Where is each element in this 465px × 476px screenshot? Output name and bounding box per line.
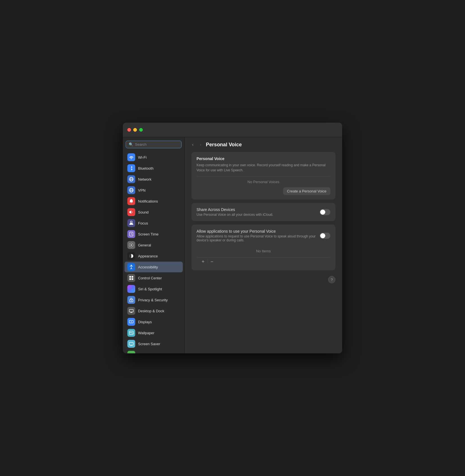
focus-icon (127, 219, 135, 227)
sidebar-item-desktop[interactable]: Desktop & Dock (125, 306, 183, 316)
svg-point-16 (131, 300, 132, 301)
search-icon: 🔍 (129, 142, 133, 147)
no-personal-voices-label: No Personal Voices (197, 176, 330, 187)
desktop-icon (127, 307, 135, 315)
share-across-devices-row: Share Across Devices Use Personal Voice … (197, 207, 330, 217)
search-box[interactable]: 🔍 (126, 141, 182, 148)
sidebar-label-vpn: VPN (138, 188, 146, 192)
wallpaper-icon (127, 329, 135, 337)
sidebar-label-network: Network (138, 177, 152, 181)
search-container: 🔍 (123, 137, 184, 151)
notifications-icon (127, 197, 135, 205)
main-header: ‹ › Personal Voice (185, 137, 342, 152)
sidebar-label-controlcenter: Control Center (138, 276, 162, 280)
sidebar-item-screentime[interactable]: Screen Time (125, 229, 183, 239)
sidebar-label-screensaver: Screen Saver (138, 342, 160, 346)
sidebar-item-network[interactable]: Network (125, 174, 183, 185)
no-items-label: No Items (197, 245, 330, 257)
minimize-button[interactable] (133, 128, 137, 132)
wifi-icon (127, 153, 135, 161)
remove-item-button[interactable]: − (208, 259, 216, 265)
sidebar-label-general: General (138, 243, 151, 247)
share-across-devices-sublabel: Use Personal Voice on all your devices w… (197, 213, 273, 217)
siri-icon (127, 285, 135, 293)
main-content: ‹ › Personal Voice Personal Voice Keep c… (185, 137, 342, 353)
sidebar-item-controlcenter[interactable]: Control Center (125, 273, 183, 283)
traffic-lights (127, 128, 143, 132)
bluetooth-icon (127, 164, 135, 172)
page-title: Personal Voice (206, 142, 242, 148)
general-icon (127, 241, 135, 249)
allow-applications-row: Allow applications to use your Personal … (197, 229, 330, 242)
svg-point-19 (131, 321, 132, 322)
sidebar-item-wifi[interactable]: Wi-Fi (125, 152, 183, 163)
svg-rect-13 (132, 278, 133, 280)
sidebar-item-sound[interactable]: Sound (125, 207, 183, 217)
sidebar-item-screensaver[interactable]: Screen Saver (125, 338, 183, 349)
forward-button[interactable]: › (198, 141, 203, 148)
svg-point-14 (130, 287, 133, 291)
create-personal-voice-button[interactable]: Create a Personal Voice (283, 187, 330, 195)
accessibility-icon (127, 263, 135, 271)
screentime-icon (127, 230, 135, 238)
sidebar-label-notifications: Notifications (138, 199, 158, 203)
svg-rect-11 (132, 276, 133, 278)
sidebar-item-battery[interactable]: Battery (125, 349, 183, 353)
share-across-devices-toggle[interactable] (320, 209, 330, 215)
sidebar-item-accessibility[interactable]: Accessibility (125, 262, 183, 272)
system-preferences-window: 🔍 Wi-FiBluetoothNetworkVPNNotificationsS… (123, 123, 342, 353)
displays-icon (127, 318, 135, 326)
personal-voice-desc: Keep communicating in your own voice. Re… (197, 163, 330, 173)
sidebar-label-displays: Displays (138, 320, 152, 324)
sidebar-item-notifications[interactable]: Notifications (125, 196, 183, 206)
sidebar-list: Wi-FiBluetoothNetworkVPNNotificationsSou… (123, 151, 184, 353)
share-across-devices-label: Share Across Devices (197, 207, 273, 212)
close-button[interactable] (127, 128, 131, 132)
help-button[interactable]: ? (328, 276, 335, 283)
svg-rect-10 (129, 276, 131, 278)
share-across-devices-text: Share Across Devices Use Personal Voice … (197, 207, 273, 217)
battery-icon (127, 351, 135, 353)
title-bar (123, 123, 342, 137)
sidebar-label-accessibility: Accessibility (138, 265, 158, 269)
svg-point-9 (131, 265, 132, 266)
sidebar-item-siri[interactable]: Siri & Spotlight (125, 284, 183, 294)
sidebar-item-bluetooth[interactable]: Bluetooth (125, 163, 183, 174)
allow-applications-card: Allow applications to use your Personal … (191, 224, 335, 270)
sidebar-item-general[interactable]: General (125, 240, 183, 250)
network-icon (127, 175, 135, 183)
sidebar-item-privacy[interactable]: Privacy & Security (125, 295, 183, 305)
search-input[interactable] (135, 142, 179, 147)
main-body: Personal Voice Keep communicating in you… (185, 152, 342, 353)
vpn-icon (127, 186, 135, 194)
sidebar: 🔍 Wi-FiBluetoothNetworkVPNNotificationsS… (123, 137, 185, 353)
back-button[interactable]: ‹ (190, 141, 195, 148)
sidebar-label-bluetooth: Bluetooth (138, 166, 154, 170)
sidebar-label-sound: Sound (138, 210, 149, 214)
sidebar-item-focus[interactable]: Focus (125, 218, 183, 228)
allow-applications-toggle[interactable] (320, 233, 330, 239)
add-item-button[interactable]: + (199, 259, 207, 265)
screensaver-icon (127, 340, 135, 348)
allow-applications-text: Allow applications to use your Personal … (197, 229, 320, 242)
sidebar-item-displays[interactable]: Displays (125, 316, 183, 327)
maximize-button[interactable] (139, 128, 143, 132)
sidebar-label-wallpaper: Wallpaper (138, 331, 154, 335)
privacy-icon (127, 296, 135, 304)
sidebar-label-screentime: Screen Time (138, 232, 159, 236)
sidebar-label-battery: Battery (138, 353, 150, 354)
items-divider (207, 259, 208, 264)
allow-applications-label: Allow applications to use your Personal … (197, 229, 320, 233)
controlcenter-icon (127, 274, 135, 282)
personal-voice-title: Personal Voice (197, 156, 330, 161)
share-across-devices-card: Share Across Devices Use Personal Voice … (191, 203, 335, 221)
sidebar-label-wifi: Wi-Fi (138, 155, 146, 160)
items-area: No Items + − (197, 245, 330, 266)
sidebar-item-appearance[interactable]: Appearance (125, 251, 183, 261)
allow-applications-sublabel: Allow applications to request to use Per… (197, 234, 320, 242)
sidebar-item-wallpaper[interactable]: Wallpaper (125, 327, 183, 338)
items-footer: + − (197, 257, 330, 266)
sidebar-item-vpn[interactable]: VPN (125, 185, 183, 196)
sidebar-label-siri: Siri & Spotlight (138, 287, 162, 291)
sound-icon (127, 208, 135, 216)
